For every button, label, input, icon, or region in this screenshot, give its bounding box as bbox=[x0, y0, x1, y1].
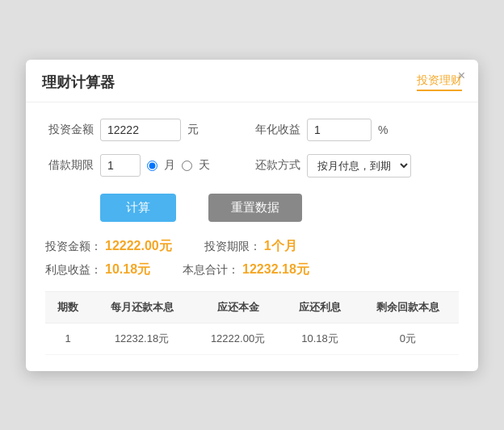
cell-remaining: 0元 bbox=[357, 323, 459, 354]
result-row-2: 利息收益： 10.18元 本息合计： 12232.18元 bbox=[45, 261, 459, 278]
dialog-header: 理财计算器 投资理财 × bbox=[26, 60, 478, 102]
radio-month[interactable] bbox=[147, 161, 158, 171]
repay-label: 还款方式 bbox=[252, 158, 300, 173]
result-investment: 投资金额： 12222.00元 bbox=[45, 238, 172, 255]
result-period-label: 投资期限： bbox=[204, 240, 261, 254]
form-row-2: 借款期限 月 天 还款方式 按月付息，到期 等额本息 等额本金 先息后本 bbox=[45, 154, 459, 177]
col-remaining: 剩余回款本息 bbox=[357, 292, 459, 324]
dialog-tab[interactable]: 投资理财 bbox=[417, 73, 462, 91]
radio-day-label: 天 bbox=[199, 158, 210, 173]
button-row: 计算 重置数据 bbox=[45, 194, 459, 222]
col-monthly: 每月还款本息 bbox=[90, 292, 192, 324]
result-investment-value: 12222.00元 bbox=[105, 238, 172, 255]
result-period: 投资期限： 1个月 bbox=[204, 238, 297, 255]
close-button[interactable]: × bbox=[458, 69, 465, 82]
result-total-value: 12232.18元 bbox=[242, 261, 309, 278]
result-section: 投资金额： 12222.00元 投资期限： 1个月 利息收益： 10.18元 本… bbox=[45, 238, 459, 278]
result-row-1: 投资金额： 12222.00元 投资期限： 1个月 bbox=[45, 238, 459, 255]
radio-month-label: 月 bbox=[164, 158, 175, 173]
investment-input[interactable] bbox=[100, 119, 181, 141]
investment-unit: 元 bbox=[187, 123, 199, 137]
result-interest-label: 利息收益： bbox=[45, 263, 102, 278]
result-total-label: 本息合计： bbox=[183, 263, 239, 278]
annual-input[interactable] bbox=[307, 119, 372, 141]
period-input[interactable] bbox=[100, 154, 141, 177]
col-principal: 应还本金 bbox=[193, 292, 284, 324]
result-period-value: 1个月 bbox=[264, 238, 297, 255]
table-row: 1 12232.18元 12222.00元 10.18元 0元 bbox=[45, 323, 459, 354]
investment-group: 投资金额 元 bbox=[45, 119, 252, 141]
dialog: 理财计算器 投资理财 × 投资金额 元 年化收益 % 借款期限 bbox=[26, 60, 478, 371]
table-section: 期数 每月还款本息 应还本金 应还利息 剩余回款本息 1 12232.18元 1… bbox=[45, 291, 459, 355]
col-interest: 应还利息 bbox=[283, 292, 356, 324]
annual-unit: % bbox=[378, 123, 388, 136]
annual-label: 年化收益 bbox=[252, 123, 300, 137]
col-period: 期数 bbox=[45, 292, 90, 324]
cell-principal: 12222.00元 bbox=[193, 323, 284, 354]
result-interest: 利息收益： 10.18元 bbox=[45, 261, 150, 278]
repay-select[interactable]: 按月付息，到期 等额本息 等额本金 先息后本 bbox=[307, 154, 411, 177]
result-total: 本息合计： 12232.18元 bbox=[183, 261, 309, 278]
result-interest-value: 10.18元 bbox=[105, 261, 150, 278]
dialog-title: 理财计算器 bbox=[42, 73, 115, 92]
period-label: 借款期限 bbox=[45, 158, 94, 173]
form-row-1: 投资金额 元 年化收益 % bbox=[45, 119, 459, 141]
result-investment-label: 投资金额： bbox=[45, 240, 102, 254]
period-group: 借款期限 月 天 bbox=[45, 154, 252, 177]
results-table: 期数 每月还款本息 应还本金 应还利息 剩余回款本息 1 12232.18元 1… bbox=[45, 292, 459, 355]
radio-day[interactable] bbox=[182, 161, 192, 171]
calc-button[interactable]: 计算 bbox=[100, 194, 176, 222]
annual-group: 年化收益 % bbox=[252, 119, 459, 141]
reset-button[interactable]: 重置数据 bbox=[208, 194, 302, 222]
table-header-row: 期数 每月还款本息 应还本金 应还利息 剩余回款本息 bbox=[45, 292, 459, 324]
dialog-body: 投资金额 元 年化收益 % 借款期限 月 天 bbox=[26, 102, 478, 371]
cell-period: 1 bbox=[45, 323, 90, 354]
period-radio-group: 月 天 bbox=[147, 158, 210, 173]
cell-interest: 10.18元 bbox=[283, 323, 356, 354]
repay-group: 还款方式 按月付息，到期 等额本息 等额本金 先息后本 bbox=[252, 154, 459, 177]
cell-monthly: 12232.18元 bbox=[90, 323, 192, 354]
investment-label: 投资金额 bbox=[45, 123, 94, 137]
